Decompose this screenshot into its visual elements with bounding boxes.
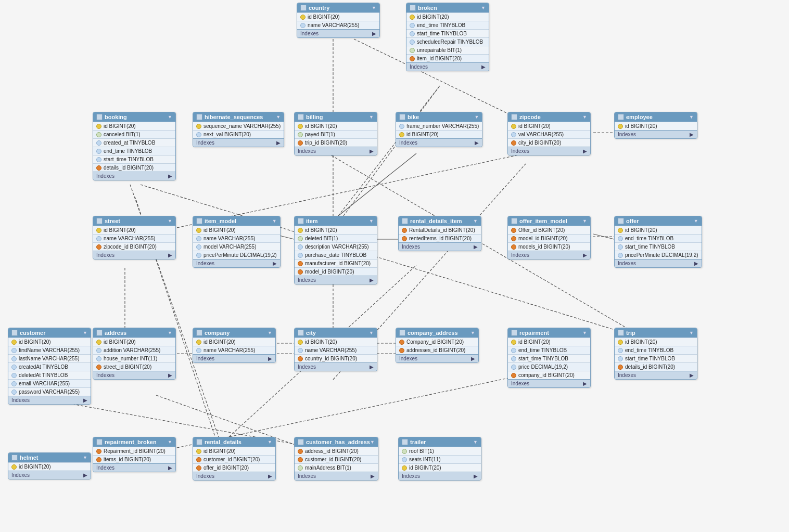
indexes-arrow-icon[interactable]: ▶ xyxy=(690,132,694,137)
indexes-arrow-icon[interactable]: ▶ xyxy=(583,148,587,154)
table-billing[interactable]: billing▼id BIGINT(20)payed BIT(1)trip_id… xyxy=(294,112,377,155)
table-indexes-bar[interactable]: Indexes▶ xyxy=(93,172,175,180)
table-bike[interactable]: bike▼frame_number VARCHAR(255)id BIGINT(… xyxy=(396,112,482,147)
table-offer[interactable]: offer▼id BIGINT(20)end_time TINYBLOBstar… xyxy=(614,216,702,268)
indexes-arrow-icon[interactable]: ▶ xyxy=(474,473,478,479)
table-repairment[interactable]: repairment▼id BIGINT(20)end_time TINYBLO… xyxy=(507,328,591,388)
dropdown-arrow-icon[interactable]: ▼ xyxy=(582,114,587,120)
table-header-address[interactable]: address▼ xyxy=(93,328,175,338)
indexes-arrow-icon[interactable]: ▶ xyxy=(168,173,172,179)
table-header-company[interactable]: company▼ xyxy=(193,328,275,338)
table-header-booking[interactable]: booking▼ xyxy=(93,112,175,122)
table-header-street[interactable]: street▼ xyxy=(93,216,175,226)
table-rental_details_item[interactable]: rental_details_item▼RentalDetails_id BIG… xyxy=(398,216,481,251)
table-header-trip[interactable]: trip▼ xyxy=(615,328,697,338)
table-indexes-bar[interactable]: Indexes▶ xyxy=(396,138,482,147)
table-booking[interactable]: booking▼id BIGINT(20)canceled BIT(1)crea… xyxy=(93,112,176,180)
dropdown-arrow-icon[interactable]: ▼ xyxy=(168,114,172,120)
table-header-customer_has_address[interactable]: customer_has_address▼ xyxy=(295,437,378,447)
indexes-arrow-icon[interactable]: ▶ xyxy=(372,31,376,36)
table-indexes-bar[interactable]: Indexes▶ xyxy=(508,251,590,259)
indexes-arrow-icon[interactable]: ▶ xyxy=(370,364,374,370)
table-indexes-bar[interactable]: Indexes▶ xyxy=(193,138,284,147)
table-indexes-bar[interactable]: Indexes▶ xyxy=(295,362,377,371)
table-header-helmet[interactable]: helmet▼ xyxy=(8,453,91,462)
indexes-arrow-icon[interactable]: ▶ xyxy=(168,465,172,471)
table-indexes-bar[interactable]: Indexes▶ xyxy=(297,29,379,37)
dropdown-arrow-icon[interactable]: ▼ xyxy=(369,114,374,120)
table-indexes-bar[interactable]: Indexes▶ xyxy=(193,472,275,480)
dropdown-arrow-icon[interactable]: ▼ xyxy=(369,218,374,224)
table-indexes-bar[interactable]: Indexes▶ xyxy=(193,259,280,267)
dropdown-arrow-icon[interactable]: ▼ xyxy=(470,330,475,335)
table-customer[interactable]: customer▼id BIGINT(20)firstName VARCHAR(… xyxy=(8,328,91,405)
indexes-arrow-icon[interactable]: ▶ xyxy=(83,397,87,403)
table-indexes-bar[interactable]: Indexes▶ xyxy=(193,354,275,362)
table-header-item_model[interactable]: item_model▼ xyxy=(193,216,280,226)
dropdown-arrow-icon[interactable]: ▼ xyxy=(369,330,374,335)
table-helmet[interactable]: helmet▼id BIGINT(20)Indexes▶ xyxy=(8,452,91,479)
indexes-arrow-icon[interactable]: ▶ xyxy=(370,148,374,154)
table-address[interactable]: address▼id BIGINT(20)addition VARCHAR(25… xyxy=(93,328,176,380)
table-company_address[interactable]: company_address▼Company_id BIGINT(20)add… xyxy=(396,328,479,363)
table-broken[interactable]: broken▼id BIGINT(20)end_time TINYBLOBsta… xyxy=(406,3,489,71)
table-indexes-bar[interactable]: Indexes▶ xyxy=(295,147,377,155)
indexes-arrow-icon[interactable]: ▶ xyxy=(370,277,374,283)
table-header-trailer[interactable]: trailer▼ xyxy=(399,437,481,447)
table-hibernate_sequences[interactable]: hibernate_sequences▼sequence_name VARCHA… xyxy=(193,112,284,147)
table-indexes-bar[interactable]: Indexes▶ xyxy=(615,130,697,138)
dropdown-arrow-icon[interactable]: ▼ xyxy=(694,218,698,224)
table-indexes-bar[interactable]: Indexes▶ xyxy=(399,472,481,480)
indexes-arrow-icon[interactable]: ▶ xyxy=(268,356,272,361)
table-item_model[interactable]: item_model▼id BIGINT(20)name VARCHAR(255… xyxy=(193,216,281,268)
table-header-employee[interactable]: employee▼ xyxy=(615,112,697,122)
dropdown-arrow-icon[interactable]: ▼ xyxy=(276,114,281,120)
table-indexes-bar[interactable]: Indexes▶ xyxy=(93,463,175,472)
indexes-arrow-icon[interactable]: ▶ xyxy=(371,473,375,479)
table-header-item[interactable]: item▼ xyxy=(295,216,377,226)
table-header-rental_details_item[interactable]: rental_details_item▼ xyxy=(399,216,481,226)
table-customer_has_address[interactable]: customer_has_address▼address_id BIGINT(2… xyxy=(294,437,378,481)
table-offer_item_model[interactable]: offer_item_model▼Offer_id BIGINT(20)mode… xyxy=(507,216,591,259)
dropdown-arrow-icon[interactable]: ▼ xyxy=(370,439,375,445)
indexes-arrow-icon[interactable]: ▶ xyxy=(471,356,475,361)
indexes-arrow-icon[interactable]: ▶ xyxy=(583,381,587,386)
dropdown-arrow-icon[interactable]: ▼ xyxy=(268,330,272,335)
table-header-city[interactable]: city▼ xyxy=(295,328,377,338)
table-item[interactable]: item▼id BIGINT(20)deleted BIT(1)descript… xyxy=(294,216,377,284)
table-header-rental_details[interactable]: rental_details▼ xyxy=(193,437,275,447)
table-repairment_broken[interactable]: repairment_broken▼Repairment_id BIGINT(2… xyxy=(93,437,176,472)
dropdown-arrow-icon[interactable]: ▼ xyxy=(372,5,376,10)
dropdown-arrow-icon[interactable]: ▼ xyxy=(689,114,694,120)
table-indexes-bar[interactable]: Indexes▶ xyxy=(615,259,702,267)
table-header-billing[interactable]: billing▼ xyxy=(295,112,377,122)
indexes-arrow-icon[interactable]: ▶ xyxy=(694,261,698,266)
table-header-hibernate_sequences[interactable]: hibernate_sequences▼ xyxy=(193,112,284,122)
table-header-offer[interactable]: offer▼ xyxy=(615,216,702,226)
table-indexes-bar[interactable]: Indexes▶ xyxy=(615,371,697,379)
indexes-arrow-icon[interactable]: ▶ xyxy=(168,372,172,378)
dropdown-arrow-icon[interactable]: ▼ xyxy=(168,330,172,335)
table-header-broken[interactable]: broken▼ xyxy=(406,3,489,12)
dropdown-arrow-icon[interactable]: ▼ xyxy=(582,218,587,224)
table-country[interactable]: country▼id BIGINT(20)name VARCHAR(255)In… xyxy=(297,3,380,38)
table-header-zipcode[interactable]: zipcode▼ xyxy=(508,112,590,122)
indexes-arrow-icon[interactable]: ▶ xyxy=(273,261,277,266)
table-header-offer_item_model[interactable]: offer_item_model▼ xyxy=(508,216,590,226)
dropdown-arrow-icon[interactable]: ▼ xyxy=(83,455,87,460)
table-indexes-bar[interactable]: Indexes▶ xyxy=(406,62,489,71)
table-employee[interactable]: employee▼id BIGINT(20)Indexes▶ xyxy=(614,112,697,139)
dropdown-arrow-icon[interactable]: ▼ xyxy=(168,218,172,224)
table-indexes-bar[interactable]: Indexes▶ xyxy=(508,147,590,155)
indexes-arrow-icon[interactable]: ▶ xyxy=(474,244,478,250)
table-indexes-bar[interactable]: Indexes▶ xyxy=(295,472,378,480)
table-indexes-bar[interactable]: Indexes▶ xyxy=(508,379,590,387)
table-header-company_address[interactable]: company_address▼ xyxy=(396,328,478,338)
dropdown-arrow-icon[interactable]: ▼ xyxy=(268,439,272,445)
table-header-country[interactable]: country▼ xyxy=(297,3,379,12)
indexes-arrow-icon[interactable]: ▶ xyxy=(481,64,486,70)
indexes-arrow-icon[interactable]: ▶ xyxy=(583,252,587,258)
dropdown-arrow-icon[interactable]: ▼ xyxy=(272,218,277,224)
table-company[interactable]: company▼id BIGINT(20)name VARCHAR(255)In… xyxy=(193,328,276,363)
table-indexes-bar[interactable]: Indexes▶ xyxy=(8,396,91,404)
